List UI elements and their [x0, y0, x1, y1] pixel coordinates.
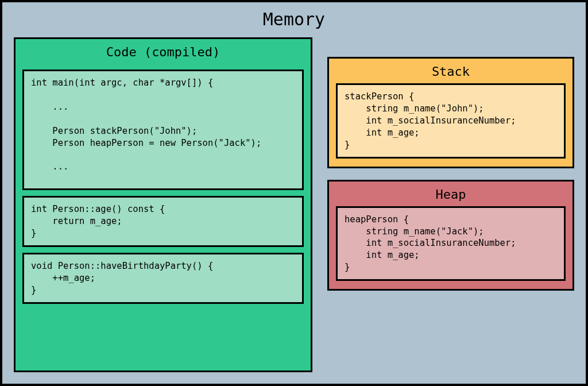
- stack-panel-title: Stack: [336, 64, 566, 79]
- code-panel: Code (compiled) int main(int argc, char …: [14, 37, 312, 372]
- heap-object: heapPerson { string m_name("Jack"); int …: [336, 206, 566, 281]
- code-panel-title: Code (compiled): [22, 45, 304, 59]
- heap-panel: Heap heapPerson { string m_name("Jack");…: [327, 180, 574, 291]
- memory-region: Memory Code (compiled) int main(int argc…: [0, 0, 588, 386]
- runtime-column: Stack stackPerson { string m_name("John"…: [327, 37, 574, 372]
- code-block-birthday: void Person::haveBirthdayParty() { ++m_a…: [22, 253, 304, 304]
- code-block-age: int Person::age() const { return m_age; …: [22, 196, 304, 247]
- memory-title: Memory: [14, 9, 574, 29]
- memory-columns: Code (compiled) int main(int argc, char …: [14, 37, 574, 372]
- code-column: Code (compiled) int main(int argc, char …: [14, 37, 312, 372]
- code-block-main: int main(int argc, char *argv[]) { ... P…: [22, 70, 304, 190]
- heap-panel-title: Heap: [336, 187, 566, 202]
- stack-panel: Stack stackPerson { string m_name("John"…: [327, 57, 574, 168]
- stack-object: stackPerson { string m_name("John"); int…: [336, 83, 566, 159]
